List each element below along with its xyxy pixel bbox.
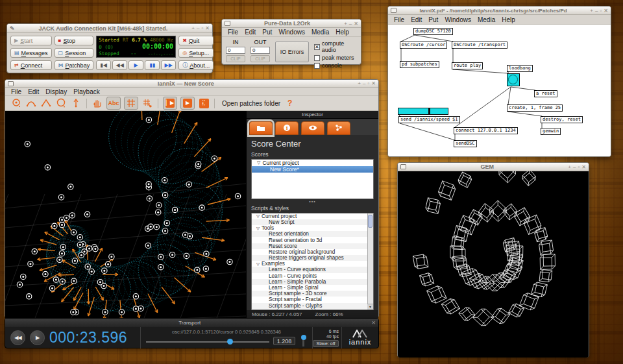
mini-slider-thumb[interactable] xyxy=(301,335,306,340)
disclosure-icon[interactable]: ▽ xyxy=(256,226,260,231)
disclosure-icon[interactable]: ▽ xyxy=(256,213,260,219)
pd-object-loadbang[interactable]: loadbang xyxy=(507,65,533,72)
script-item-row[interactable]: Script sample - Fractal xyxy=(252,297,373,302)
slider-thumb[interactable] xyxy=(227,339,233,345)
jack-stop-button[interactable]: ■Stop xyxy=(55,36,94,45)
add-straight-curve-tool[interactable] xyxy=(40,97,52,109)
disclosure-icon[interactable]: ▽ xyxy=(257,160,260,165)
script-item-row[interactable]: Reset orientation xyxy=(252,231,373,237)
close-button[interactable]: ✕ xyxy=(604,8,608,14)
pd-in-clip-button[interactable]: CLIP xyxy=(226,55,245,62)
script-item-row[interactable]: Learn - Simple Spiral xyxy=(252,285,373,291)
score-item-row-selected[interactable]: New Score* xyxy=(252,166,373,173)
pd-hslider[interactable] xyxy=(398,108,448,115)
tab-network[interactable] xyxy=(327,121,350,135)
close-button[interactable]: ✕ xyxy=(354,21,358,27)
jack-connect-button[interactable]: ⇄Connect xyxy=(10,60,52,70)
shade-button[interactable]: + xyxy=(568,164,571,170)
play-button[interactable]: ▶ xyxy=(30,330,45,345)
script-item-row[interactable]: Learn - Curve equations xyxy=(252,267,373,273)
add-smooth-curve-tool[interactable] xyxy=(25,97,37,109)
iannix-titlebar[interactable]: IanniX — New Score + – ▫ ✕ xyxy=(5,80,378,88)
shade-button[interactable]: + xyxy=(358,80,361,86)
transport-titlebar[interactable]: Transport ✕ xyxy=(5,319,378,327)
pd-object-sendosc[interactable]: sendOSC xyxy=(454,140,477,147)
pd-object-oscroute-transport[interactable]: OSCroute /transport xyxy=(452,42,507,49)
script-item-row[interactable]: Script sample - Glyphs xyxy=(252,303,373,309)
help-button[interactable]: ? xyxy=(287,99,292,108)
menu-put[interactable]: Put xyxy=(425,16,441,23)
minimize-button[interactable]: – xyxy=(197,25,199,31)
shape-resize-button[interactable]: ⣏ xyxy=(198,97,210,109)
jack-rewind-start-button[interactable]: ▮◀ xyxy=(96,60,111,70)
open-patches-folder-button[interactable]: Open patches folder xyxy=(222,100,280,107)
disclosure-icon[interactable]: ▽ xyxy=(256,261,260,267)
menu-file[interactable]: File xyxy=(225,29,241,36)
tab-resources[interactable] xyxy=(301,121,324,135)
minimize-button[interactable]: – xyxy=(573,164,576,170)
panel-splitter[interactable]: ▪▪▪ xyxy=(251,199,374,204)
console-checkbox[interactable] xyxy=(314,63,320,69)
inspector-header[interactable]: Inspector xyxy=(247,111,378,119)
menu-edit[interactable]: Edit xyxy=(25,88,42,95)
close-button[interactable]: ✕ xyxy=(371,80,376,86)
maximize-button[interactable]: ▫ xyxy=(367,80,369,86)
menu-help[interactable]: Help xyxy=(498,16,519,23)
hand-pan-tool[interactable] xyxy=(92,97,103,109)
jack-rewind-button[interactable]: ◀◀ xyxy=(112,60,127,70)
maximize-button[interactable]: ▫ xyxy=(201,25,203,31)
tab-info[interactable]: i xyxy=(275,121,299,135)
pd-message-destroy-reset[interactable]: destroy, reset xyxy=(541,116,583,123)
menu-file[interactable]: File xyxy=(8,88,25,95)
script-group-row[interactable]: ▽Examples xyxy=(252,261,373,267)
pd-message-send-speed[interactable]: send /iannix/speed $1 xyxy=(398,116,460,123)
script-group-row[interactable]: ▽Tools xyxy=(252,225,373,231)
menu-edit[interactable]: Edit xyxy=(408,16,425,23)
pd-object-route-play[interactable]: route play xyxy=(452,62,483,69)
slave-toggle-button[interactable]: Slave: off xyxy=(313,340,339,347)
rewind-button[interactable]: ◀◀ xyxy=(10,330,25,345)
scrollbar[interactable]: ▾ xyxy=(367,213,373,309)
pd-io-errors-button[interactable]: IO Errors xyxy=(275,42,309,62)
pd-in-meter[interactable]: 0 xyxy=(226,47,245,54)
maximize-button[interactable]: ▫ xyxy=(578,164,580,170)
jack-messages-button[interactable]: ▤Messages xyxy=(10,48,52,58)
script-group-row[interactable]: ▽Current project xyxy=(252,213,373,219)
pd-bang-button[interactable] xyxy=(507,73,520,86)
maximize-button[interactable]: ▫ xyxy=(600,8,602,14)
script-item-row[interactable]: Learn - Curve points xyxy=(252,273,373,279)
pd-object-dumposc[interactable]: dumpOSC 57120 xyxy=(413,28,453,35)
scrollbar-down-arrow[interactable]: ▾ xyxy=(367,304,373,309)
pd-message-a-reset[interactable]: a reset xyxy=(534,90,557,97)
tab-score-center[interactable] xyxy=(249,121,273,135)
close-button[interactable]: ✕ xyxy=(371,320,376,326)
pd-object-subpatches[interactable]: pd subpatches xyxy=(400,61,439,68)
jack-forward-button[interactable]: ▶▶ xyxy=(161,60,176,70)
jack-quit-button[interactable]: ✖Quit xyxy=(178,36,214,45)
jack-titlebar[interactable]: ✎ JACK Audio Connection Kit [M66-48k] St… xyxy=(7,24,212,33)
script-item-row[interactable]: Reset score xyxy=(252,243,373,249)
script-item-row[interactable]: Restore triggers original shapes xyxy=(252,255,373,261)
pd-object-gemwin[interactable]: gemwin xyxy=(541,128,561,135)
pd-out-clip-button[interactable]: CLIP xyxy=(250,55,270,62)
speed-value-box[interactable]: 1.208 xyxy=(273,337,295,345)
close-button[interactable]: ✕ xyxy=(205,25,210,31)
pd-titlebar[interactable]: Pure-Data L2Ork + – ✕ xyxy=(222,19,361,28)
script-item-row[interactable]: Script sample - 3D score xyxy=(252,291,373,297)
script-item-row[interactable]: Reset orientation to 3d xyxy=(252,237,373,243)
patch-titlebar[interactable]: IanniX.pd* - /home/dlphilp/src/iannix-ch… xyxy=(388,6,611,15)
script-item-row[interactable]: Restore original background xyxy=(252,249,373,255)
score-canvas[interactable] xyxy=(5,111,246,319)
shade-button[interactable]: + xyxy=(191,25,195,31)
snap-grid-tool[interactable] xyxy=(141,97,153,109)
minimize-button[interactable]: – xyxy=(595,8,598,14)
menu-display[interactable]: Display xyxy=(42,88,70,95)
pd-message-create-frame[interactable]: create, 1, frame 25 xyxy=(507,104,563,112)
jack-play-button[interactable]: ▶ xyxy=(128,60,143,70)
slider-handle[interactable] xyxy=(428,108,430,114)
text-tool-button[interactable]: Abc xyxy=(106,97,121,110)
minimize-button[interactable]: – xyxy=(349,21,352,27)
jack-session-button[interactable]: ▢Session xyxy=(55,48,94,58)
trigger-playback-button[interactable]: ▶ xyxy=(180,97,195,110)
position-slider[interactable] xyxy=(146,341,269,343)
